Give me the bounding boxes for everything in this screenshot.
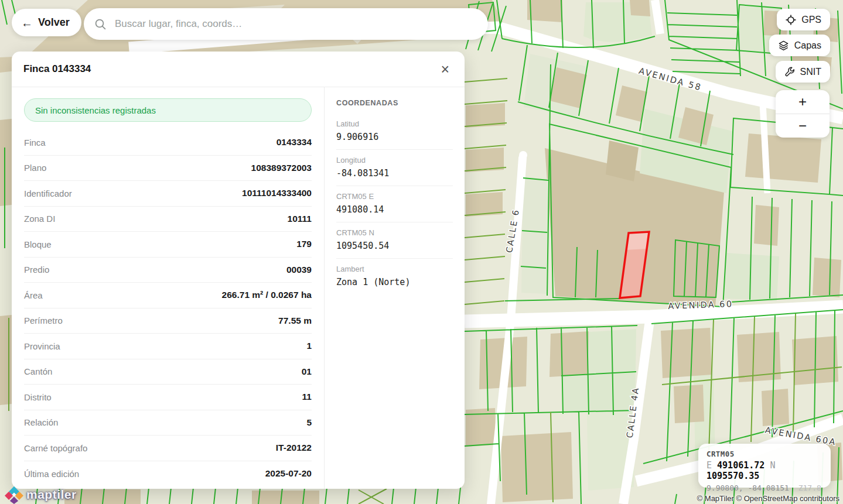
coord-item-lambert: Lambert Zona 1 (Norte) — [336, 259, 453, 294]
parcel-info-panel: Finca 0143334 × Sin inconsistencias regi… — [12, 52, 465, 489]
field-row-distrito: Distrito11 — [24, 385, 312, 410]
fields-table: Finca0143334 Plano108389372003 Identific… — [24, 130, 312, 486]
coord-box-title: CRTM05 — [707, 450, 822, 458]
panel-header: Finca 0143334 × — [12, 52, 465, 87]
back-button[interactable]: ← Volver — [12, 9, 81, 36]
latlon-value: 9.90800, -84.08151 — [707, 484, 789, 492]
search-bar[interactable] — [84, 8, 488, 40]
field-row-plano: Plano108389372003 — [24, 156, 312, 181]
coord-item-crtm05-n: CRTM05 N 1095450.54 — [336, 222, 453, 259]
panel-title: Finca 0143334 — [23, 63, 91, 75]
coord-item-crtm05-e: CRTM05 E 491080.14 — [336, 186, 453, 222]
field-row-carne-topografo: Carné topógrafoIT-20122 — [24, 436, 312, 461]
back-arrow-icon: ← — [21, 17, 33, 29]
field-row-zona-di: Zona DI10111 — [24, 207, 312, 232]
coord-item-latitud: Latitud 9.906916 — [336, 114, 453, 150]
maptiler-logo-icon — [5, 485, 23, 504]
gps-button[interactable]: GPS — [777, 9, 830, 30]
coordinates-column: COORDENADAS Latitud 9.906916 Longitud -8… — [324, 87, 465, 489]
layers-button[interactable]: Capas — [769, 35, 830, 56]
snit-button-label: SNIT — [800, 67, 821, 77]
search-input[interactable] — [114, 18, 477, 30]
coord-box-latlon: 9.90800, -84.08151 Z17.8 — [707, 484, 822, 492]
zoom-control: + − — [776, 90, 830, 138]
street-end-cap — [519, 151, 527, 159]
panel-fields-column: Sin inconsistencias registradas Finca014… — [12, 87, 324, 489]
snit-button[interactable]: SNIT — [776, 61, 830, 83]
field-row-identificador: Identificador10111014333400 — [24, 181, 312, 207]
zoom-out-button[interactable]: − — [776, 114, 830, 138]
search-icon — [94, 18, 107, 30]
maptiler-logo-text: maptiler — [26, 488, 77, 502]
field-row-bloque: Bloque179 — [24, 232, 312, 258]
east-value: 491061.72 — [717, 460, 764, 471]
coord-item-longitud: Longitud -84.081341 — [336, 150, 453, 186]
zoom-level-value: Z17.8 — [798, 484, 821, 492]
wrench-icon — [784, 67, 795, 77]
gps-button-label: GPS — [801, 15, 821, 25]
maptiler-logo[interactable]: maptiler — [5, 485, 77, 504]
field-row-relacion: Relación5 — [24, 410, 312, 436]
field-row-perimetro: Perímetro77.55 m — [24, 308, 312, 334]
field-row-area: Área266.71 m² / 0.0267 ha — [24, 283, 312, 308]
gps-locate-icon — [786, 15, 796, 25]
field-row-canton: Cantón01 — [24, 359, 312, 385]
north-label: N — [770, 460, 775, 471]
status-badge: Sin inconsistencias registradas — [24, 98, 312, 122]
layers-icon — [778, 40, 789, 51]
layers-button-label: Capas — [794, 40, 821, 51]
map-attribution[interactable]: © MapTiler © OpenStreetMap contributors — [697, 494, 839, 503]
field-row-provincia: Provincia1 — [24, 334, 312, 359]
coordinates-title: COORDENADAS — [336, 99, 453, 107]
back-button-label: Volver — [38, 16, 70, 29]
field-row-finca: Finca0143334 — [24, 130, 312, 156]
north-value: 1095570.35 — [707, 471, 759, 481]
zoom-in-button[interactable]: + — [776, 90, 830, 114]
coord-box-east-north: E 491061.72 N 1095570.35 — [707, 460, 822, 481]
close-icon[interactable]: × — [438, 61, 452, 78]
field-row-predio: Predio00039 — [24, 258, 312, 283]
field-row-ultima-edicion: Última edición2025-07-20 — [24, 461, 312, 487]
east-label: E — [707, 460, 712, 471]
cursor-coordinates-box: CRTM05 E 491061.72 N 1095570.35 9.90800,… — [698, 444, 831, 488]
